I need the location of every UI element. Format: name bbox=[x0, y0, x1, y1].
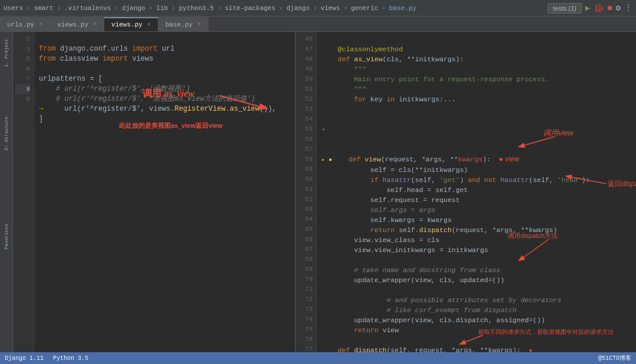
status-python: Python 3.5 bbox=[53, 355, 88, 362]
breadcrumb-lib[interactable]: lib bbox=[156, 5, 168, 12]
sidebar-label-structure[interactable]: Z: Structure bbox=[4, 117, 9, 151]
sidebar-label-project[interactable]: 1. Project bbox=[4, 39, 9, 67]
editor-tab-bar: urls.py × views.py × views.py × base.py … bbox=[0, 16, 636, 32]
close-tab-base-py[interactable]: × bbox=[197, 21, 201, 28]
breadcrumb-basepy[interactable]: base.py bbox=[389, 5, 416, 12]
breadcrumb-django2[interactable]: django bbox=[286, 5, 310, 12]
left-code-area[interactable]: 2 3 5 6 7 8 9 from django.conf.urls impo… bbox=[13, 32, 295, 352]
breadcrumb-views[interactable]: views bbox=[320, 5, 340, 12]
breadcrumb-virtualenvs[interactable]: .virtualenvs bbox=[64, 5, 111, 12]
breadcrumb-users[interactable]: Users bbox=[4, 5, 23, 12]
build-icon[interactable]: ⚙ bbox=[616, 3, 621, 13]
sidebar-label-favorites[interactable]: Favorites bbox=[4, 224, 9, 249]
breadcrumb-generic[interactable]: generic bbox=[351, 5, 378, 12]
breadcrumb-site-packages[interactable]: site-packages bbox=[225, 5, 276, 12]
close-tab-urls-py[interactable]: × bbox=[39, 21, 42, 28]
right-line-numbers: 46 47 48 49 50 51 52 53 54 55 56 57 58 5… bbox=[296, 32, 317, 352]
left-code-content[interactable]: from django.conf.urls import url from cl… bbox=[34, 32, 295, 352]
bottom-status-bar: Django 1.11 Python 3.5 @51CTO博客 bbox=[0, 352, 636, 364]
right-code-content[interactable]: @classonlymethod def as_view(cls, **init… bbox=[317, 32, 636, 352]
tab-label-views-py-active: views.py bbox=[111, 21, 143, 28]
watermark-text: @51CTO博客 bbox=[598, 354, 631, 362]
left-code-pane: 2 3 5 6 7 8 9 from django.conf.urls impo… bbox=[13, 32, 296, 352]
breadcrumb-python35[interactable]: python3.5 bbox=[179, 5, 214, 12]
tab-views-py-active[interactable]: views.py × bbox=[104, 17, 158, 31]
more-icon[interactable]: ⋮ bbox=[624, 3, 632, 13]
right-pane-content: 46 47 48 49 50 51 52 53 54 55 56 57 58 5… bbox=[296, 32, 636, 352]
status-django: Django 1.11 bbox=[5, 355, 44, 362]
breadcrumb-django1[interactable]: django bbox=[122, 5, 145, 12]
editor-panes: 2 3 5 6 7 8 9 from django.conf.urls impo… bbox=[13, 32, 636, 352]
debug-icon[interactable]: 🐞 bbox=[594, 3, 604, 13]
right-code-pane: 46 47 48 49 50 51 52 53 54 55 56 57 58 5… bbox=[296, 32, 636, 352]
top-right-controls: tests (1) ▶ 🐞 ■ ⚙ ⋮ bbox=[548, 3, 632, 14]
tests-button[interactable]: tests (1) bbox=[548, 3, 582, 14]
breadcrumb-smart[interactable]: smart bbox=[34, 5, 54, 12]
left-line-numbers: 2 3 5 6 7 8 9 bbox=[13, 32, 34, 352]
tab-label-base-py: base.py bbox=[165, 21, 193, 28]
tab-label-urls-py: urls.py bbox=[7, 21, 34, 28]
top-breadcrumb-bar: Users › smart › .virtualenvs › django › … bbox=[0, 0, 636, 16]
tab-views-py-1[interactable]: views.py × bbox=[50, 17, 104, 31]
tab-base-py[interactable]: base.py × bbox=[158, 17, 208, 31]
stop-icon[interactable]: ■ bbox=[607, 4, 612, 13]
tab-label-views-py-1: views.py bbox=[57, 21, 88, 28]
left-sidebar: 1. Project Z: Structure Favorites bbox=[0, 32, 13, 352]
close-tab-views-py-1[interactable]: × bbox=[93, 21, 97, 28]
run-icon[interactable]: ▶ bbox=[585, 3, 590, 13]
main-area: 1. Project Z: Structure Favorites 2 3 5 … bbox=[0, 32, 636, 352]
close-tab-views-py-active[interactable]: × bbox=[147, 22, 151, 28]
tab-urls-py[interactable]: urls.py × bbox=[0, 17, 50, 31]
